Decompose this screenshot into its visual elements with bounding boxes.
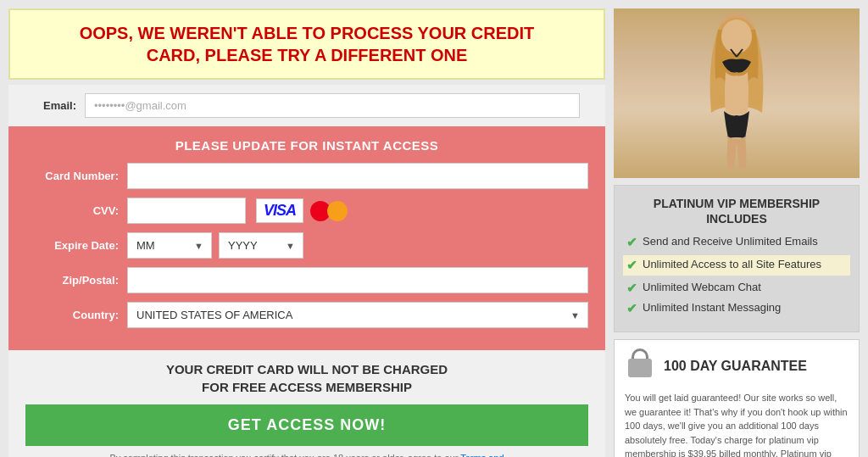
country-label: Country: <box>25 309 127 321</box>
membership-item-text-2: Unlimited Access to all Site Features <box>643 258 821 270</box>
country-select[interactable]: UNITED STATES OF AMERICA CANADA UNITED K… <box>127 302 588 328</box>
form-section: PLEASE UPDATE FOR INSTANT ACCESS Card Nu… <box>8 126 605 350</box>
cvv-input[interactable] <box>127 198 246 224</box>
form-section-title: PLEASE UPDATE FOR INSTANT ACCESS <box>25 138 588 153</box>
visa-logo: VISA <box>256 198 303 223</box>
membership-item-text-3: Unlimited Webcam Chat <box>643 281 761 293</box>
expire-selects: MM 010203 040506 070809 101112 YYYY 2024… <box>127 232 303 259</box>
membership-item-text-4: Unlimited Instant Messaging <box>643 301 781 314</box>
guarantee-title: 100 DAY GUARANTEE <box>664 359 807 374</box>
expire-date-row: Expire Date: MM 010203 040506 070809 101… <box>25 232 588 259</box>
lock-body <box>628 359 652 377</box>
month-select-wrapper: MM 010203 040506 070809 101112 <box>127 232 212 259</box>
membership-item-2: ✔ Unlimited Access to all Site Features <box>623 255 850 276</box>
guarantee-header: 100 DAY GUARANTEE <box>625 348 849 384</box>
check-icon-1: ✔ <box>626 235 637 250</box>
year-select-wrapper: YYYY 202420252026 2027202820292030 <box>219 232 303 259</box>
page-wrapper: OOPS, WE WEREN'T ABLE TO PROCESS YOUR CR… <box>0 0 868 457</box>
model-svg <box>682 11 792 176</box>
lock-icon <box>625 348 655 384</box>
membership-item-4: ✔ Unlimited Instant Messaging <box>626 301 847 316</box>
country-select-wrapper: UNITED STATES OF AMERICA CANADA UNITED K… <box>127 302 588 328</box>
error-line2: CARD, PLEASE TRY A DIFFERENT ONE <box>147 46 468 64</box>
email-label: Email: <box>34 99 76 112</box>
check-icon-4: ✔ <box>626 301 637 316</box>
check-icon-2: ✔ <box>626 258 637 273</box>
get-access-button[interactable]: GET ACCESS NOW! <box>25 404 588 446</box>
card-number-row: Card Number: <box>25 163 588 189</box>
terms-static-text: By completing this transaction you certi… <box>109 453 458 457</box>
membership-title: PLATINUM VIP MEMBERSHIP INCLUDES <box>626 196 847 226</box>
card-number-input[interactable] <box>127 163 588 189</box>
email-row: Email: <box>8 85 605 126</box>
zip-label: Zip/Postal: <box>25 274 127 287</box>
card-logos: VISA <box>256 198 348 223</box>
left-panel: OOPS, WE WEREN'T ABLE TO PROCESS YOUR CR… <box>8 8 605 457</box>
model-image <box>614 8 860 178</box>
svg-point-1 <box>721 20 752 53</box>
cvv-row: CVV: VISA <box>25 198 588 224</box>
cvv-label: CVV: <box>25 204 127 217</box>
zip-row: Zip/Postal: <box>25 267 588 293</box>
bottom-section: YOUR CREDIT CARD WILL NOT BE CHARGEDFOR … <box>8 350 605 457</box>
mastercard-logo <box>310 199 348 223</box>
error-title: OOPS, WE WEREN'T ABLE TO PROCESS YOUR CR… <box>27 22 587 66</box>
country-row: Country: UNITED STATES OF AMERICA CANADA… <box>25 302 588 328</box>
zip-input[interactable] <box>127 267 588 293</box>
year-select[interactable]: YYYY 202420252026 2027202820292030 <box>219 232 303 259</box>
membership-item-3: ✔ Unlimited Webcam Chat <box>626 281 847 296</box>
membership-box: PLATINUM VIP MEMBERSHIP INCLUDES ✔ Send … <box>614 185 860 332</box>
card-number-label: Card Number: <box>25 170 127 182</box>
membership-item-1: ✔ Send and Receive Unlimited Emails <box>626 235 847 250</box>
mc-right-circle <box>327 201 348 221</box>
check-icon-3: ✔ <box>626 281 637 296</box>
error-line1: OOPS, WE WEREN'T ABLE TO PROCESS YOUR CR… <box>80 24 535 42</box>
guarantee-box: 100 DAY GUARANTEE You will get laid guar… <box>614 339 860 457</box>
no-charge-text: YOUR CREDIT CARD WILL NOT BE CHARGEDFOR … <box>25 360 588 396</box>
expire-label: Expire Date: <box>25 239 127 252</box>
terms-link[interactable]: Terms and <box>460 453 504 457</box>
month-select[interactable]: MM 010203 040506 070809 101112 <box>127 232 212 259</box>
email-input[interactable] <box>85 93 580 118</box>
membership-item-text-1: Send and Receive Unlimited Emails <box>643 235 818 248</box>
guarantee-text: You will get laid guaranteed! Our site w… <box>625 391 849 457</box>
error-banner: OOPS, WE WEREN'T ABLE TO PROCESS YOUR CR… <box>8 8 605 80</box>
right-panel: PLATINUM VIP MEMBERSHIP INCLUDES ✔ Send … <box>614 8 860 457</box>
terms-text: By completing this transaction you certi… <box>25 453 588 457</box>
